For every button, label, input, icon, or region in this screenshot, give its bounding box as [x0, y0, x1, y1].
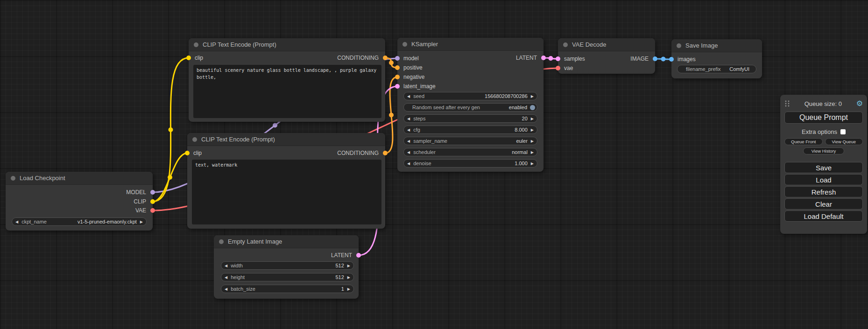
widget-value: v1-5-pruned-emaonly.ckpt — [78, 219, 137, 224]
input-slot-latent-image[interactable] — [395, 84, 400, 89]
collapse-dot-icon[interactable] — [192, 137, 197, 142]
widget-width[interactable]: ◀ width 512 ▶ — [221, 261, 354, 270]
widget-steps[interactable]: ◀ steps 20 ▶ — [403, 114, 537, 123]
decrement-arrow-icon[interactable]: ◀ — [404, 94, 413, 98]
load-default-button[interactable]: Load Default — [784, 210, 863, 222]
node-title: VAE Decode — [572, 41, 606, 48]
decrement-arrow-icon[interactable]: ◀ — [221, 287, 231, 291]
widget-seed[interactable]: ◀ seed 156680208700286 ▶ — [403, 92, 537, 100]
node-empty-latent-image[interactable]: Empty Latent Image LATENT ◀ width 512 ▶ … — [214, 235, 359, 299]
node-title-bar[interactable]: Save Image — [671, 39, 762, 52]
decrement-arrow-icon[interactable]: ◀ — [404, 128, 413, 132]
collapse-dot-icon[interactable] — [563, 42, 568, 47]
link-midpoint-dot-cond-neg — [389, 113, 394, 118]
settings-gear-icon[interactable]: ⚙ — [856, 100, 863, 107]
view-queue-button[interactable]: View Queue — [825, 138, 863, 145]
widget-sampler-name[interactable]: ◀ sampler_name euler ▶ — [403, 137, 537, 145]
drag-handle-icon[interactable] — [784, 100, 790, 107]
widget-ckpt-name[interactable]: ◀ ckpt_name v1-5-pruned-emaonly.ckpt ▶ — [12, 217, 147, 226]
node-title-bar[interactable]: Load Checkpoint — [6, 172, 153, 185]
input-slot-samples[interactable] — [556, 56, 560, 61]
save-button[interactable]: Save — [784, 162, 863, 173]
collapse-dot-icon[interactable] — [194, 42, 198, 47]
input-slot-clip[interactable] — [186, 56, 191, 60]
increment-arrow-icon[interactable]: ▶ — [528, 128, 537, 132]
increment-arrow-icon[interactable]: ▶ — [137, 220, 146, 224]
node-load-checkpoint[interactable]: Load Checkpoint MODEL CLIP VAE ◀ ckpt_na… — [6, 172, 153, 231]
increment-arrow-icon[interactable]: ▶ — [344, 275, 353, 280]
widget-cfg[interactable]: ◀ cfg 8.000 ▶ — [403, 126, 537, 134]
increment-arrow-icon[interactable]: ▶ — [528, 94, 537, 98]
decrement-arrow-icon[interactable]: ◀ — [404, 117, 413, 121]
input-slot-negative[interactable] — [395, 75, 400, 79]
extra-options-label: Extra options — [802, 128, 837, 135]
widget-batch-size[interactable]: ◀ batch_size 1 ▶ — [221, 285, 354, 293]
widget-value: 512 — [335, 263, 344, 268]
widget-random-seed-toggle[interactable]: Random seed after every gen enabled — [403, 103, 537, 112]
output-slot-latent[interactable] — [541, 56, 546, 60]
decrement-arrow-icon[interactable]: ◀ — [404, 161, 413, 166]
increment-arrow-icon[interactable]: ▶ — [528, 117, 537, 121]
output-slot-model[interactable] — [150, 190, 155, 195]
collapse-dot-icon[interactable] — [677, 43, 681, 48]
link-midpoint-dot-image — [661, 57, 666, 62]
input-slot-positive[interactable] — [395, 65, 400, 70]
extra-options-checkbox[interactable] — [840, 129, 846, 134]
node-title-bar[interactable]: CLIP Text Encode (Prompt) — [187, 133, 385, 146]
collapse-dot-icon[interactable] — [402, 42, 407, 47]
node-graph-canvas[interactable]: Load Checkpoint MODEL CLIP VAE ◀ ckpt_na… — [0, 0, 868, 329]
node-title-bar[interactable]: KSampler — [397, 38, 543, 51]
increment-arrow-icon[interactable]: ▶ — [344, 264, 353, 268]
widget-height[interactable]: ◀ height 512 ▶ — [221, 273, 354, 281]
queue-prompt-button[interactable]: Queue Prompt — [784, 112, 863, 124]
node-ksampler[interactable]: KSampler model positive negative latent_… — [397, 38, 543, 172]
node-vae-decode[interactable]: VAE Decode samples vae IMAGE — [558, 38, 655, 74]
widget-value: euler — [516, 138, 527, 144]
output-slot-image[interactable] — [653, 56, 657, 61]
clear-button[interactable]: Clear — [784, 198, 863, 210]
node-title-bar[interactable]: VAE Decode — [558, 38, 655, 51]
node-clip-text-encode-negative[interactable]: CLIP Text Encode (Prompt) clip CONDITION… — [187, 133, 385, 229]
input-slot-images[interactable] — [669, 57, 674, 62]
decrement-arrow-icon[interactable]: ◀ — [404, 139, 413, 143]
output-slot-vae[interactable] — [150, 208, 155, 213]
prompt-textarea-positive[interactable]: beautiful scenery nature glass bottle la… — [193, 65, 381, 118]
increment-arrow-icon[interactable]: ▶ — [528, 161, 537, 166]
decrement-arrow-icon[interactable]: ◀ — [404, 150, 413, 154]
increment-arrow-icon[interactable]: ▶ — [344, 287, 353, 291]
output-slot-conditioning[interactable] — [383, 151, 388, 155]
node-title-bar[interactable]: Empty Latent Image — [214, 235, 359, 248]
view-history-button[interactable]: View History — [803, 147, 844, 154]
collapse-dot-icon[interactable] — [219, 239, 224, 244]
output-label-vae: VAE — [135, 207, 146, 214]
widget-label: cfg — [413, 127, 420, 133]
queue-front-button[interactable]: Queue Front — [784, 138, 823, 145]
load-button[interactable]: Load — [784, 174, 863, 185]
queue-size-label: Queue size: 0 — [790, 100, 856, 107]
output-slot-latent[interactable] — [356, 253, 361, 258]
decrement-arrow-icon[interactable]: ◀ — [221, 275, 231, 280]
input-slot-model[interactable] — [395, 56, 400, 61]
increment-arrow-icon[interactable]: ▶ — [528, 150, 537, 154]
node-title-bar[interactable]: CLIP Text Encode (Prompt) — [189, 38, 385, 51]
node-save-image[interactable]: Save Image images filename_prefix ComfyU… — [671, 39, 762, 78]
widget-value: ComfyUI — [729, 66, 756, 72]
queue-panel: Queue size: 0 ⚙ Queue Prompt Extra optio… — [780, 95, 867, 234]
input-slot-vae[interactable] — [556, 66, 560, 70]
prompt-textarea-negative[interactable]: text, watermark — [192, 160, 381, 224]
output-slot-clip[interactable] — [150, 199, 155, 204]
increment-arrow-icon[interactable]: ▶ — [528, 139, 537, 143]
widget-denoise[interactable]: ◀ denoise 1.000 ▶ — [403, 159, 537, 168]
widget-filename-prefix[interactable]: filename_prefix ComfyUI — [677, 65, 756, 73]
node-title: CLIP Text Encode (Prompt) — [203, 41, 276, 48]
decrement-arrow-icon[interactable]: ◀ — [12, 220, 21, 224]
collapse-dot-icon[interactable] — [11, 176, 15, 181]
refresh-button[interactable]: Refresh — [784, 186, 863, 197]
toggle-knob-icon[interactable] — [530, 105, 535, 110]
widget-scheduler[interactable]: ◀ scheduler normal ▶ — [403, 148, 537, 156]
output-slot-conditioning[interactable] — [383, 56, 388, 60]
link-midpoint-dot-model — [273, 123, 277, 128]
decrement-arrow-icon[interactable]: ◀ — [221, 264, 231, 268]
input-slot-clip[interactable] — [185, 151, 190, 155]
node-clip-text-encode-positive[interactable]: CLIP Text Encode (Prompt) clip CONDITION… — [189, 38, 385, 122]
